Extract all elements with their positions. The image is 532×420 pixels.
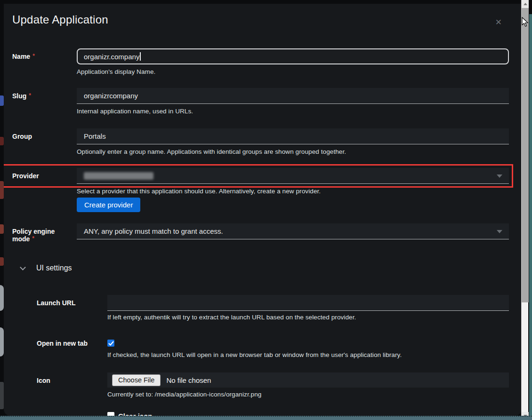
form-row-launch-url: Launch URL If left empty, authentik will…	[37, 295, 509, 321]
required-marker: *	[32, 53, 35, 59]
required-marker: *	[29, 92, 31, 99]
icon-help-text: Currently set to: /media/application-ico…	[107, 391, 509, 398]
policy-engine-mode-select[interactable]: ANY, any policy must match to grant acce…	[77, 223, 509, 239]
launch-url-input[interactable]	[107, 295, 509, 311]
chevron-down-icon[interactable]	[20, 264, 26, 270]
create-provider-button[interactable]: Create provider	[77, 198, 140, 212]
form-row-icon: Icon Choose File No file chosen Currentl…	[37, 372, 509, 398]
slug-input[interactable]: organizrcompany	[77, 88, 509, 104]
group-label: Group	[12, 128, 77, 155]
window-edge-right	[529, 14, 532, 420]
ui-settings-section-header[interactable]: UI settings	[21, 263, 509, 273]
background-page-fragment	[0, 327, 4, 357]
form-row-clear-icon: Clear icon	[37, 412, 509, 416]
open-in-new-tab-help-text: If checked, the launch URL will open in …	[107, 351, 509, 358]
application-form: Name* organizr.company Application's dis…	[12, 48, 509, 416]
slug-help-text: Internal application name, used in URLs.	[77, 108, 509, 115]
close-icon[interactable]: ✕	[495, 18, 502, 26]
clear-icon-checkbox[interactable]	[107, 412, 114, 416]
ui-settings-section-body: Launch URL If left empty, authentik will…	[37, 295, 509, 416]
window-edge-bottom	[0, 416, 532, 420]
chevron-down-icon	[497, 174, 502, 178]
form-row-open-in-new-tab: Open in new tab If checked, the launch U…	[37, 335, 509, 358]
checkmark-icon	[108, 341, 114, 346]
scrollbar-thumb[interactable]	[522, 8, 529, 302]
launch-url-label: Launch URL	[37, 295, 107, 321]
name-input[interactable]: organizr.company	[77, 48, 509, 64]
form-row-name: Name* organizr.company Application's dis…	[12, 48, 509, 75]
background-page-fragment	[0, 95, 4, 106]
ui-settings-section-label: UI settings	[36, 264, 72, 272]
modal-title: Update Application	[12, 13, 509, 26]
name-help-text: Application's display Name.	[77, 68, 509, 75]
background-page-fragment	[0, 257, 4, 266]
icon-file-input[interactable]: Choose File No file chosen	[107, 372, 509, 388]
policy-engine-mode-label: Policy engine mode*	[12, 223, 77, 243]
choose-file-button[interactable]: Choose File	[112, 374, 161, 386]
screen: Update Application ✕ Name* organizr.comp…	[0, 0, 532, 420]
clear-icon-label: Clear icon	[118, 412, 153, 416]
mouse-cursor	[522, 17, 529, 27]
provider-select[interactable]	[77, 168, 509, 184]
group-input[interactable]: Portals	[77, 128, 509, 144]
form-row-provider: Provider Select a provider that this app…	[12, 168, 509, 212]
provider-label: Provider	[12, 168, 77, 212]
name-label: Name*	[12, 48, 77, 75]
form-row-slug: Slug* organizrcompany Internal applicati…	[12, 88, 509, 115]
launch-url-help-text: If left empty, authentik will try to ext…	[107, 314, 509, 321]
chevron-down-icon	[497, 230, 502, 233]
form-row-group: Group Portals Optionally enter a group n…	[12, 128, 509, 155]
required-marker: *	[32, 235, 34, 242]
icon-label: Icon	[37, 372, 107, 398]
open-in-new-tab-checkbox[interactable]	[107, 340, 114, 347]
text-cursor	[140, 52, 141, 61]
update-application-modal: Update Application ✕ Name* organizr.comp…	[4, 4, 522, 416]
background-page-fragment	[0, 285, 4, 311]
slug-label: Slug*	[12, 88, 77, 115]
background-page-fragment	[0, 224, 4, 234]
background-page-fragment	[0, 181, 4, 199]
form-row-policy-engine-mode: Policy engine mode* ANY, any policy must…	[12, 223, 509, 243]
scroll-up-icon	[524, 3, 527, 5]
open-in-new-tab-label: Open in new tab	[37, 335, 107, 358]
provider-help-text: Select a provider that this application …	[77, 188, 509, 195]
background-page-fragment	[0, 382, 4, 409]
background-page-fragment	[0, 137, 4, 145]
file-status-text: No file chosen	[166, 376, 211, 384]
group-help-text: Optionally enter a group name. Applicati…	[77, 148, 509, 155]
vertical-scrollbar[interactable]	[521, 0, 528, 420]
scroll-up-button[interactable]	[522, 0, 529, 8]
provider-select-value-redacted	[84, 172, 153, 180]
